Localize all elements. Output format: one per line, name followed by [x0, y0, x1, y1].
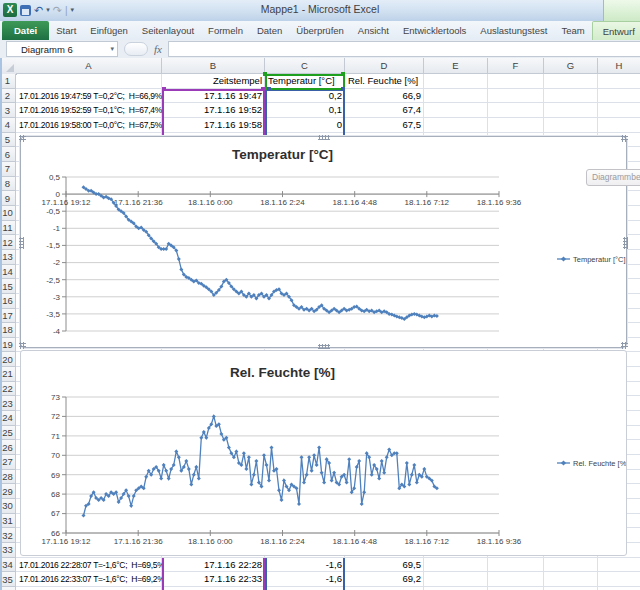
name-box[interactable]: Diagramm 6 ▾ — [6, 41, 118, 57]
row-header-29[interactable]: 29 — [0, 484, 16, 499]
cell-D3[interactable]: 67,4 — [345, 103, 424, 118]
window-title: Mappe1 - Microsoft Excel — [0, 3, 640, 15]
svg-text:18.1.16 7:12: 18.1.16 7:12 — [405, 537, 450, 546]
cell-A2[interactable]: 17.01.2016 19:47:59 T=0,2°C; H=66,9%; — [16, 89, 162, 104]
chart-resize-handle-topright[interactable] — [621, 135, 628, 142]
cell-D1[interactable]: Rel. Feuchte [%] — [345, 74, 424, 89]
tab-einfügen[interactable]: Einfügen — [83, 21, 135, 40]
tab-formeln[interactable]: Formeln — [201, 21, 250, 40]
row-header-5[interactable]: 5 — [0, 133, 16, 148]
row-header-10[interactable]: 10 — [0, 206, 16, 221]
column-header-f[interactable]: F — [488, 58, 544, 74]
contextual-tab-group-highlight — [603, 0, 640, 21]
formula-buttons-pill — [124, 42, 148, 56]
row-header-14[interactable]: 14 — [0, 265, 16, 280]
chart-resize-handle-bottomright[interactable] — [621, 342, 628, 349]
tab-seitenlayout[interactable]: Seitenlayout — [135, 21, 201, 40]
row-header-15[interactable]: 15 — [0, 279, 16, 294]
row-header-12[interactable]: 12 — [0, 235, 16, 250]
svg-text:-0,5: -0,5 — [46, 207, 60, 216]
column-header-g[interactable]: G — [544, 58, 598, 74]
row-header-4[interactable]: 4 — [0, 118, 16, 133]
worksheet-grid[interactable]: ABCDEFGH12345678910111213141516171819202… — [0, 58, 640, 590]
svg-text:18.1.16 4:48: 18.1.16 4:48 — [332, 537, 377, 546]
tab-daten[interactable]: Daten — [250, 21, 289, 40]
column-header-a[interactable]: A — [16, 58, 162, 74]
row-header-23[interactable]: 23 — [0, 396, 16, 411]
select-all-corner[interactable] — [0, 58, 17, 75]
chart-resize-handle-left[interactable] — [19, 237, 24, 249]
column-header-b[interactable]: B — [162, 58, 265, 74]
svg-text:18.1.16 2:24: 18.1.16 2:24 — [260, 198, 305, 207]
svg-text:18.1.16 9:36: 18.1.16 9:36 — [477, 198, 522, 207]
row-header-19[interactable]: 19 — [0, 338, 16, 353]
cell-D4[interactable]: 67,5 — [345, 118, 424, 133]
tab-start[interactable]: Start — [49, 21, 83, 40]
row-header-26[interactable]: 26 — [0, 440, 16, 455]
row-header-27[interactable]: 27 — [0, 455, 16, 470]
row-header-21[interactable]: 21 — [0, 367, 16, 382]
svg-text:68: 68 — [51, 490, 60, 499]
row-header-1[interactable]: 1 — [0, 74, 16, 89]
tab-team[interactable]: Team — [554, 21, 591, 40]
column-header-h[interactable]: H — [598, 58, 640, 74]
row-header-17[interactable]: 17 — [0, 309, 16, 324]
chart-resize-handle-bottom[interactable] — [318, 344, 330, 349]
cell-A4[interactable]: 17.01.2016 19:58:00 T=0,0°C; H=67,5%; — [16, 118, 162, 133]
row-header-13[interactable]: 13 — [0, 250, 16, 265]
row-header-9[interactable]: 9 — [0, 191, 16, 206]
name-box-dropdown-icon[interactable]: ▾ — [110, 45, 114, 53]
row-header-25[interactable]: 25 — [0, 426, 16, 441]
chart-temperatur-plot: Temperatur [°C]0,50-0,5-1-1,5-2-2,5-3-3,… — [21, 137, 626, 347]
cell-A3[interactable]: 17.01.2016 19:52:59 T=0,1°C; H=67,4%; — [16, 103, 162, 118]
svg-text:17.1.16 21:36: 17.1.16 21:36 — [114, 198, 163, 207]
column-header-e[interactable]: E — [424, 58, 488, 74]
tab-überprüfen[interactable]: Überprüfen — [289, 21, 351, 40]
tab-datei[interactable]: Datei — [2, 21, 49, 40]
svg-text:-2: -2 — [53, 258, 61, 267]
row-header-24[interactable]: 24 — [0, 411, 16, 426]
row-header-11[interactable]: 11 — [0, 221, 16, 236]
tab-entwicklertools[interactable]: Entwicklertools — [396, 21, 473, 40]
chart-resize-handle-top[interactable] — [318, 135, 330, 140]
column-header-c[interactable]: C — [265, 58, 345, 74]
row-header-2[interactable]: 2 — [0, 89, 16, 104]
row-header-7[interactable]: 7 — [0, 162, 16, 177]
row-header-34[interactable]: 34 — [0, 558, 16, 573]
row-header-31[interactable]: 31 — [0, 514, 16, 529]
row-header-3[interactable]: 3 — [0, 103, 16, 118]
row-header-20[interactable]: 20 — [0, 352, 16, 367]
formula-input[interactable] — [168, 41, 640, 57]
tab-auslastungstest[interactable]: Auslastungstest — [473, 21, 554, 40]
row-header-8[interactable]: 8 — [0, 177, 16, 192]
row-header-32[interactable]: 32 — [0, 528, 16, 543]
row-header-16[interactable]: 16 — [0, 294, 16, 309]
chart-resize-handle-right[interactable] — [623, 237, 628, 249]
tab-entwurf[interactable]: Entwurf — [592, 21, 640, 40]
chart-temperatur[interactable]: Temperatur [°C]0,50-0,5-1-1,5-2-2,5-3-3,… — [20, 136, 627, 348]
svg-text:-4: -4 — [53, 327, 61, 336]
row-header-22[interactable]: 22 — [0, 382, 16, 397]
row-header-33[interactable]: 33 — [0, 543, 16, 558]
cell-A35[interactable]: 17.01.2016 22:33:07 T=-1,6°C; H=69,2%; — [16, 572, 162, 587]
cell-A34[interactable]: 17.01.2016 22:28:07 T=-1,6°C; H=69,5%; — [16, 558, 162, 573]
row-header-35[interactable]: 35 — [0, 572, 16, 587]
svg-text:18.1.16 9:36: 18.1.16 9:36 — [477, 537, 522, 546]
tab-ansicht[interactable]: Ansicht — [351, 21, 396, 40]
chart-resize-handle-bottomleft[interactable] — [19, 342, 26, 349]
row-header-28[interactable]: 28 — [0, 470, 16, 485]
source-range-name — [265, 74, 345, 90]
row-header-30[interactable]: 30 — [0, 499, 16, 514]
cell-D34[interactable]: 69,5 — [345, 558, 424, 573]
row-header-18[interactable]: 18 — [0, 323, 16, 338]
insert-function-icon[interactable]: fx — [154, 43, 162, 55]
chart-rel-feuchte[interactable]: Rel. Feuchte [%]737271706968676617.1.16 … — [20, 350, 627, 556]
column-header-d[interactable]: D — [345, 58, 424, 74]
cell-D35[interactable]: 69,2 — [345, 572, 424, 587]
cell-B1[interactable]: Zeitstempel — [162, 74, 265, 89]
svg-text:18.1.16 4:48: 18.1.16 4:48 — [332, 198, 377, 207]
chart-resize-handle-topleft[interactable] — [19, 135, 26, 142]
svg-text:0,5: 0,5 — [49, 173, 61, 182]
row-header-6[interactable]: 6 — [0, 147, 16, 162]
cell-D2[interactable]: 66,9 — [345, 89, 424, 104]
